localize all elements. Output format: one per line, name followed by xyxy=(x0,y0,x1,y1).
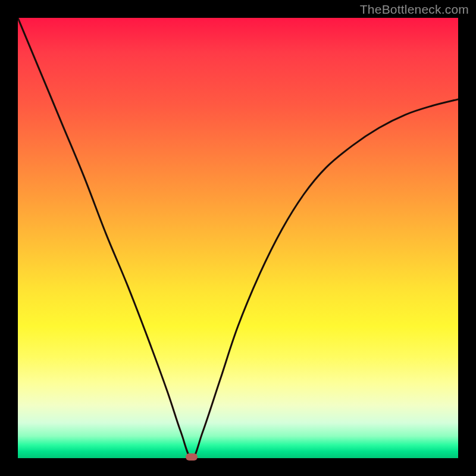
watermark-text: TheBottleneck.com xyxy=(360,2,469,17)
plot-area xyxy=(18,18,458,458)
bottleneck-curve xyxy=(18,18,458,458)
minimum-marker xyxy=(186,453,198,461)
chart-frame: TheBottleneck.com xyxy=(0,0,476,476)
